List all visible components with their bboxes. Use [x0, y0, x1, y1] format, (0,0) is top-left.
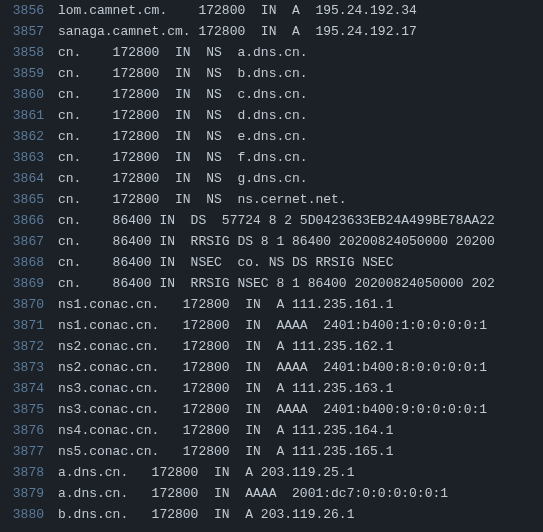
line-number: 3872 [0, 336, 44, 357]
code-line[interactable]: cn. 172800 IN NS a.dns.cn. [58, 42, 543, 63]
code-line[interactable]: ns2.conac.cn. 172800 IN AAAA 2401:b400:8… [58, 357, 543, 378]
line-number: 3857 [0, 21, 44, 42]
line-number: 3874 [0, 378, 44, 399]
line-number: 3864 [0, 168, 44, 189]
code-line[interactable]: lom.camnet.cm. 172800 IN A 195.24.192.34 [58, 0, 543, 21]
line-number: 3863 [0, 147, 44, 168]
code-line[interactable]: sanaga.camnet.cm. 172800 IN A 195.24.192… [58, 21, 543, 42]
code-line[interactable]: cn. 172800 IN NS ns.cernet.net. [58, 189, 543, 210]
line-number: 3871 [0, 315, 44, 336]
line-number: 3866 [0, 210, 44, 231]
code-content[interactable]: lom.camnet.cm. 172800 IN A 195.24.192.34… [58, 0, 543, 532]
code-line[interactable]: ns3.conac.cn. 172800 IN AAAA 2401:b400:9… [58, 399, 543, 420]
line-number: 3856 [0, 0, 44, 21]
line-number: 3880 [0, 504, 44, 525]
code-line[interactable]: ns1.conac.cn. 172800 IN A 111.235.161.1 [58, 294, 543, 315]
code-line[interactable]: cn. 172800 IN NS b.dns.cn. [58, 63, 543, 84]
line-number: 3860 [0, 84, 44, 105]
code-line[interactable]: cn. 172800 IN NS g.dns.cn. [58, 168, 543, 189]
line-number: 3877 [0, 441, 44, 462]
code-line[interactable]: cn. 86400 IN DS 57724 8 2 5D0423633EB24A… [58, 210, 543, 231]
line-number: 3875 [0, 399, 44, 420]
line-number: 3879 [0, 483, 44, 504]
line-number: 3876 [0, 420, 44, 441]
code-line[interactable]: b.dns.cn. 172800 IN A 203.119.26.1 [58, 504, 543, 525]
code-editor: 3856385738583859386038613862386338643865… [0, 0, 543, 532]
line-number: 3868 [0, 252, 44, 273]
code-line[interactable]: cn. 172800 IN NS f.dns.cn. [58, 147, 543, 168]
code-line[interactable]: cn. 172800 IN NS e.dns.cn. [58, 126, 543, 147]
line-number: 3861 [0, 105, 44, 126]
line-number: 3873 [0, 357, 44, 378]
line-number: 3869 [0, 273, 44, 294]
line-number: 3867 [0, 231, 44, 252]
code-line[interactable]: ns3.conac.cn. 172800 IN A 111.235.163.1 [58, 378, 543, 399]
code-line[interactable]: cn. 86400 IN RRSIG DS 8 1 86400 20200824… [58, 231, 543, 252]
code-line[interactable]: a.dns.cn. 172800 IN A 203.119.25.1 [58, 462, 543, 483]
code-line[interactable]: ns1.conac.cn. 172800 IN AAAA 2401:b400:1… [58, 315, 543, 336]
line-number: 3870 [0, 294, 44, 315]
code-line[interactable]: ns2.conac.cn. 172800 IN A 111.235.162.1 [58, 336, 543, 357]
code-line[interactable]: cn. 172800 IN NS c.dns.cn. [58, 84, 543, 105]
code-line[interactable]: cn. 86400 IN RRSIG NSEC 8 1 86400 202008… [58, 273, 543, 294]
line-number: 3865 [0, 189, 44, 210]
line-number: 3859 [0, 63, 44, 84]
code-line[interactable]: ns4.conac.cn. 172800 IN A 111.235.164.1 [58, 420, 543, 441]
line-number: 3862 [0, 126, 44, 147]
code-line[interactable]: a.dns.cn. 172800 IN AAAA 2001:dc7:0:0:0:… [58, 483, 543, 504]
code-line[interactable]: cn. 172800 IN NS d.dns.cn. [58, 105, 543, 126]
code-line[interactable]: cn. 86400 IN NSEC co. NS DS RRSIG NSEC [58, 252, 543, 273]
line-number: 3878 [0, 462, 44, 483]
code-line[interactable]: ns5.conac.cn. 172800 IN A 111.235.165.1 [58, 441, 543, 462]
line-number-gutter: 3856385738583859386038613862386338643865… [0, 0, 58, 532]
line-number: 3858 [0, 42, 44, 63]
